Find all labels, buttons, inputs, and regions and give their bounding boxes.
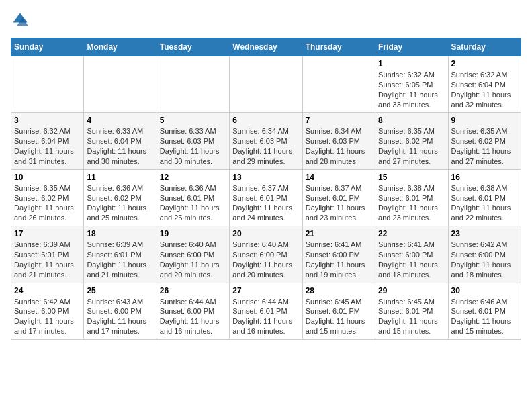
day-number: 27 <box>232 286 299 295</box>
calendar-table: SundayMondayTuesdayWednesdayThursdayFrid… <box>11 38 521 340</box>
calendar-cell: 11Sunrise: 6:36 AM Sunset: 6:02 PM Dayli… <box>84 169 157 226</box>
calendar-cell: 20Sunrise: 6:40 AM Sunset: 6:00 PM Dayli… <box>230 226 302 283</box>
calendar-cell <box>11 56 84 113</box>
calendar-cell: 16Sunrise: 6:38 AM Sunset: 6:01 PM Dayli… <box>448 169 521 226</box>
calendar-cell: 7Sunrise: 6:34 AM Sunset: 6:03 PM Daylig… <box>302 113 375 169</box>
day-number: 26 <box>160 286 226 295</box>
calendar-cell: 22Sunrise: 6:41 AM Sunset: 6:00 PM Dayli… <box>375 226 448 283</box>
day-info: Sunrise: 6:40 AM Sunset: 6:00 PM Dayligh… <box>160 240 226 279</box>
col-header-sunday: Sunday <box>11 38 84 56</box>
day-info: Sunrise: 6:32 AM Sunset: 6:04 PM Dayligh… <box>14 126 81 166</box>
day-info: Sunrise: 6:33 AM Sunset: 6:03 PM Dayligh… <box>160 126 226 166</box>
day-info: Sunrise: 6:43 AM Sunset: 6:00 PM Dayligh… <box>87 297 153 336</box>
calendar-cell: 4Sunrise: 6:33 AM Sunset: 6:04 PM Daylig… <box>84 113 157 169</box>
day-info: Sunrise: 6:32 AM Sunset: 6:05 PM Dayligh… <box>378 70 445 109</box>
calendar-cell: 25Sunrise: 6:43 AM Sunset: 6:00 PM Dayli… <box>84 283 157 339</box>
day-number: 12 <box>160 173 226 182</box>
calendar-cell: 18Sunrise: 6:39 AM Sunset: 6:01 PM Dayli… <box>84 226 157 283</box>
calendar-cell: 12Sunrise: 6:36 AM Sunset: 6:01 PM Dayli… <box>157 169 229 226</box>
calendar-cell: 28Sunrise: 6:45 AM Sunset: 6:01 PM Dayli… <box>302 283 375 339</box>
day-number: 11 <box>87 173 153 182</box>
day-number: 13 <box>232 173 299 182</box>
day-info: Sunrise: 6:38 AM Sunset: 6:01 PM Dayligh… <box>451 183 518 223</box>
day-info: Sunrise: 6:38 AM Sunset: 6:01 PM Dayligh… <box>378 183 445 223</box>
day-info: Sunrise: 6:37 AM Sunset: 6:01 PM Dayligh… <box>232 183 299 223</box>
calendar-cell: 8Sunrise: 6:35 AM Sunset: 6:02 PM Daylig… <box>375 113 448 169</box>
calendar-cell: 3Sunrise: 6:32 AM Sunset: 6:04 PM Daylig… <box>11 113 84 169</box>
day-number: 3 <box>14 116 81 125</box>
day-info: Sunrise: 6:45 AM Sunset: 6:01 PM Dayligh… <box>378 297 445 336</box>
day-number: 14 <box>306 173 372 182</box>
calendar-cell: 1Sunrise: 6:32 AM Sunset: 6:05 PM Daylig… <box>375 56 448 113</box>
day-info: Sunrise: 6:40 AM Sunset: 6:00 PM Dayligh… <box>232 240 299 279</box>
day-info: Sunrise: 6:35 AM Sunset: 6:02 PM Dayligh… <box>378 126 445 166</box>
calendar-cell: 24Sunrise: 6:42 AM Sunset: 6:00 PM Dayli… <box>11 283 84 339</box>
day-number: 2 <box>451 59 518 68</box>
calendar-header-row: SundayMondayTuesdayWednesdayThursdayFrid… <box>11 38 521 56</box>
day-number: 19 <box>160 229 226 238</box>
calendar-cell: 23Sunrise: 6:42 AM Sunset: 6:00 PM Dayli… <box>448 226 521 283</box>
day-info: Sunrise: 6:32 AM Sunset: 6:04 PM Dayligh… <box>451 70 518 109</box>
day-number: 16 <box>451 173 518 182</box>
day-info: Sunrise: 6:44 AM Sunset: 6:01 PM Dayligh… <box>232 297 299 336</box>
day-info: Sunrise: 6:46 AM Sunset: 6:01 PM Dayligh… <box>451 297 518 336</box>
day-info: Sunrise: 6:39 AM Sunset: 6:01 PM Dayligh… <box>87 240 153 279</box>
calendar-cell: 21Sunrise: 6:41 AM Sunset: 6:00 PM Dayli… <box>302 226 375 283</box>
day-info: Sunrise: 6:37 AM Sunset: 6:01 PM Dayligh… <box>306 183 372 223</box>
day-number: 15 <box>378 173 445 182</box>
calendar-cell: 27Sunrise: 6:44 AM Sunset: 6:01 PM Dayli… <box>230 283 302 339</box>
calendar-cell: 14Sunrise: 6:37 AM Sunset: 6:01 PM Dayli… <box>302 169 375 226</box>
day-number: 23 <box>451 229 518 238</box>
day-info: Sunrise: 6:35 AM Sunset: 6:02 PM Dayligh… <box>451 126 518 166</box>
day-number: 4 <box>87 116 153 125</box>
calendar-cell: 17Sunrise: 6:39 AM Sunset: 6:01 PM Dayli… <box>11 226 84 283</box>
calendar-cell: 2Sunrise: 6:32 AM Sunset: 6:04 PM Daylig… <box>448 56 521 113</box>
calendar-cell <box>230 56 302 113</box>
day-number: 6 <box>232 116 299 125</box>
day-number: 5 <box>160 116 226 125</box>
day-info: Sunrise: 6:36 AM Sunset: 6:02 PM Dayligh… <box>87 183 153 223</box>
day-number: 20 <box>232 229 299 238</box>
day-number: 17 <box>14 229 81 238</box>
day-number: 29 <box>378 286 445 295</box>
col-header-friday: Friday <box>375 38 448 56</box>
day-info: Sunrise: 6:42 AM Sunset: 6:00 PM Dayligh… <box>14 297 81 336</box>
day-number: 22 <box>378 229 445 238</box>
calendar-week-4: 24Sunrise: 6:42 AM Sunset: 6:00 PM Dayli… <box>11 283 521 339</box>
calendar-cell: 13Sunrise: 6:37 AM Sunset: 6:01 PM Dayli… <box>230 169 302 226</box>
day-number: 24 <box>14 286 81 295</box>
day-info: Sunrise: 6:41 AM Sunset: 6:00 PM Dayligh… <box>306 240 372 279</box>
calendar-week-3: 17Sunrise: 6:39 AM Sunset: 6:01 PM Dayli… <box>11 226 521 283</box>
day-info: Sunrise: 6:35 AM Sunset: 6:02 PM Dayligh… <box>14 183 81 223</box>
day-number: 8 <box>378 116 445 125</box>
calendar-cell: 19Sunrise: 6:40 AM Sunset: 6:00 PM Dayli… <box>157 226 229 283</box>
col-header-saturday: Saturday <box>448 38 521 56</box>
day-info: Sunrise: 6:34 AM Sunset: 6:03 PM Dayligh… <box>232 126 299 166</box>
day-info: Sunrise: 6:41 AM Sunset: 6:00 PM Dayligh… <box>378 240 445 279</box>
day-info: Sunrise: 6:33 AM Sunset: 6:04 PM Dayligh… <box>87 126 153 166</box>
calendar-cell: 15Sunrise: 6:38 AM Sunset: 6:01 PM Dayli… <box>375 169 448 226</box>
day-info: Sunrise: 6:44 AM Sunset: 6:00 PM Dayligh… <box>160 297 226 336</box>
day-info: Sunrise: 6:45 AM Sunset: 6:01 PM Dayligh… <box>306 297 372 336</box>
calendar-week-0: 1Sunrise: 6:32 AM Sunset: 6:05 PM Daylig… <box>11 56 521 113</box>
logo-icon <box>11 11 30 30</box>
day-number: 28 <box>306 286 372 295</box>
col-header-thursday: Thursday <box>302 38 375 56</box>
calendar-week-1: 3Sunrise: 6:32 AM Sunset: 6:04 PM Daylig… <box>11 113 521 169</box>
logo <box>11 11 32 30</box>
calendar-cell <box>84 56 157 113</box>
calendar-cell: 29Sunrise: 6:45 AM Sunset: 6:01 PM Dayli… <box>375 283 448 339</box>
day-info: Sunrise: 6:42 AM Sunset: 6:00 PM Dayligh… <box>451 240 518 279</box>
day-number: 25 <box>87 286 153 295</box>
day-info: Sunrise: 6:34 AM Sunset: 6:03 PM Dayligh… <box>306 126 372 166</box>
calendar-cell: 30Sunrise: 6:46 AM Sunset: 6:01 PM Dayli… <box>448 283 521 339</box>
col-header-tuesday: Tuesday <box>157 38 229 56</box>
day-number: 9 <box>451 116 518 125</box>
day-number: 21 <box>306 229 372 238</box>
calendar-cell <box>157 56 229 113</box>
col-header-wednesday: Wednesday <box>230 38 302 56</box>
day-number: 7 <box>306 116 372 125</box>
calendar-cell <box>302 56 375 113</box>
calendar-cell: 26Sunrise: 6:44 AM Sunset: 6:00 PM Dayli… <box>157 283 229 339</box>
calendar-cell: 6Sunrise: 6:34 AM Sunset: 6:03 PM Daylig… <box>230 113 302 169</box>
